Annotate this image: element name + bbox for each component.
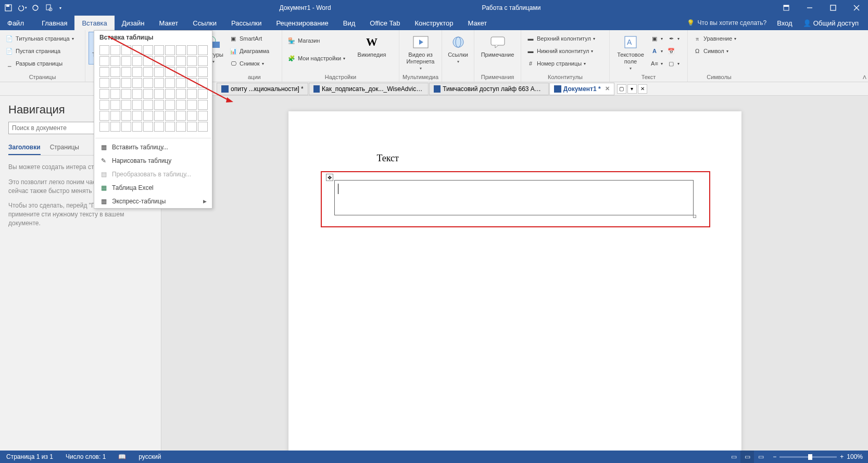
table-resize-handle[interactable] (693, 215, 696, 218)
table-grid-cell[interactable] (165, 89, 175, 99)
print-preview-icon[interactable] (43, 2, 55, 14)
table-grid-cell[interactable] (176, 56, 186, 66)
maximize-icon[interactable] (821, 0, 845, 16)
table-grid-cell[interactable] (99, 45, 109, 55)
doc-tab-3[interactable]: Документ1 *✕ (549, 83, 614, 95)
tab-menu-button[interactable]: ▾ (627, 84, 637, 94)
table-grid-cell[interactable] (154, 122, 164, 132)
redo-icon[interactable] (29, 2, 42, 14)
proofing-icon[interactable]: 📖 (112, 453, 132, 460)
table-grid-cell[interactable] (198, 122, 208, 132)
table-grid-cell[interactable] (121, 78, 131, 88)
table-grid-cell[interactable] (121, 100, 131, 110)
tab-references[interactable]: Ссылки (185, 16, 224, 30)
smartart-button[interactable]: ▣SmartArt (227, 33, 271, 44)
table-grid-cell[interactable] (121, 122, 131, 132)
document-area[interactable]: Текст ✥ (161, 96, 868, 451)
table-grid-cell[interactable] (99, 67, 109, 77)
nav-tab-pages[interactable]: Страницы (50, 142, 79, 155)
table-grid-cell[interactable] (110, 67, 120, 77)
tab-table-layout[interactable]: Макет (461, 16, 495, 30)
quick-parts-button[interactable]: ▣▾ (648, 33, 665, 44)
table-grid-cell[interactable] (176, 89, 186, 99)
table-grid-cell[interactable] (121, 45, 131, 55)
close-all-tabs-button[interactable]: ✕ (638, 84, 647, 94)
table-grid-cell[interactable] (110, 89, 120, 99)
table-grid-cell[interactable] (176, 78, 186, 88)
drop-cap-button[interactable]: A≡▾ (648, 58, 665, 69)
close-icon[interactable] (845, 0, 868, 16)
close-tab-icon[interactable]: ✕ (605, 85, 610, 92)
nav-tab-headings[interactable]: Заголовки (8, 142, 41, 155)
table-grid-cell[interactable] (154, 45, 164, 55)
table-grid-cell[interactable] (143, 100, 153, 110)
table-grid-cell[interactable] (187, 89, 197, 99)
tab-insert[interactable]: Вставка (74, 16, 114, 30)
quick-tables-item[interactable]: ▦Экспресс-таблицы▶ (94, 195, 212, 208)
zoom-slider[interactable] (779, 456, 837, 458)
comment-button[interactable]: Примечание (477, 32, 518, 58)
cover-page-button[interactable]: 📄Титульная страница ▾ (3, 33, 76, 44)
table-grid-cell[interactable] (176, 45, 186, 55)
tab-home[interactable]: Главная (34, 16, 74, 30)
textbox-button[interactable]: A Текстовое поле ▾ (613, 32, 648, 71)
table-grid-cell[interactable] (121, 111, 131, 121)
object-button[interactable]: ▢▾ (665, 58, 682, 69)
tab-office-tab[interactable]: Office Tab (362, 16, 407, 30)
table-grid-cell[interactable] (132, 111, 142, 121)
online-video-button[interactable]: Видео из Интернета ▾ (402, 32, 438, 71)
language-indicator[interactable]: русский (132, 453, 167, 460)
table-grid-cell[interactable] (165, 78, 175, 88)
zoom-level[interactable]: 100% (847, 453, 863, 460)
table-grid-cell[interactable] (132, 100, 142, 110)
table-grid-cell[interactable] (99, 89, 109, 99)
table-grid-cell[interactable] (198, 100, 208, 110)
login-link[interactable]: Вход (777, 19, 792, 27)
table-grid-cell[interactable] (198, 56, 208, 66)
table-grid-cell[interactable] (110, 45, 120, 55)
table-grid-cell[interactable] (176, 122, 186, 132)
web-layout-icon[interactable]: ▭ (754, 451, 768, 463)
table-grid-cell[interactable] (154, 89, 164, 99)
doc-tab-2[interactable]: Тимчасовий доступ лайф 663 Алиса (429, 83, 549, 95)
table-grid-cell[interactable] (110, 111, 120, 121)
zoom-out-icon[interactable]: − (773, 453, 776, 460)
table-grid-cell[interactable] (143, 45, 153, 55)
table-grid-cell[interactable] (176, 111, 186, 121)
table-grid-cell[interactable] (121, 56, 131, 66)
table-grid-cell[interactable] (121, 67, 131, 77)
table-grid-cell[interactable] (187, 45, 197, 55)
table-move-handle[interactable]: ✥ (326, 174, 333, 181)
table-grid-cell[interactable] (132, 56, 142, 66)
page-number-button[interactable]: #Номер страницы ▾ (524, 58, 597, 69)
screenshot-button[interactable]: 🖵Снимок ▾ (227, 58, 271, 69)
table-grid-cell[interactable] (132, 45, 142, 55)
my-addins-button[interactable]: 🧩Мои надстройки ▾ (285, 53, 353, 64)
table-grid-cell[interactable] (99, 111, 109, 121)
equation-button[interactable]: πУравнение ▾ (691, 33, 738, 44)
tab-design[interactable]: Дизайн (115, 16, 152, 30)
blank-page-button[interactable]: 📄Пустая страница (3, 45, 76, 57)
zoom-in-icon[interactable]: + (840, 453, 844, 460)
table-grid-cell[interactable] (187, 100, 197, 110)
datetime-button[interactable]: 📅 (665, 45, 682, 57)
table-grid-cell[interactable] (176, 67, 186, 77)
wikipedia-button[interactable]: W Википедия (353, 32, 391, 58)
table-grid-cell[interactable] (143, 67, 153, 77)
tab-review[interactable]: Рецензирование (269, 16, 335, 30)
table-grid-cell[interactable] (198, 89, 208, 99)
table-grid-cell[interactable] (165, 56, 175, 66)
table-grid-cell[interactable] (132, 89, 142, 99)
collapse-ribbon-icon[interactable]: ᐱ (863, 74, 866, 80)
read-mode-icon[interactable]: ▭ (727, 451, 740, 463)
table-grid-cell[interactable] (132, 78, 142, 88)
symbol-button[interactable]: ΩСимвол ▾ (691, 45, 738, 57)
qat-customize-icon[interactable]: ▾ (56, 2, 65, 14)
wordart-button[interactable]: A▾ (648, 45, 665, 57)
table-grid-cell[interactable] (110, 78, 120, 88)
share-button[interactable]: 👤 Общий доступ (799, 19, 863, 27)
minimize-icon[interactable] (798, 0, 821, 16)
save-icon[interactable] (2, 2, 15, 14)
table-grid-cell[interactable] (165, 45, 175, 55)
table-grid-cell[interactable] (165, 122, 175, 132)
